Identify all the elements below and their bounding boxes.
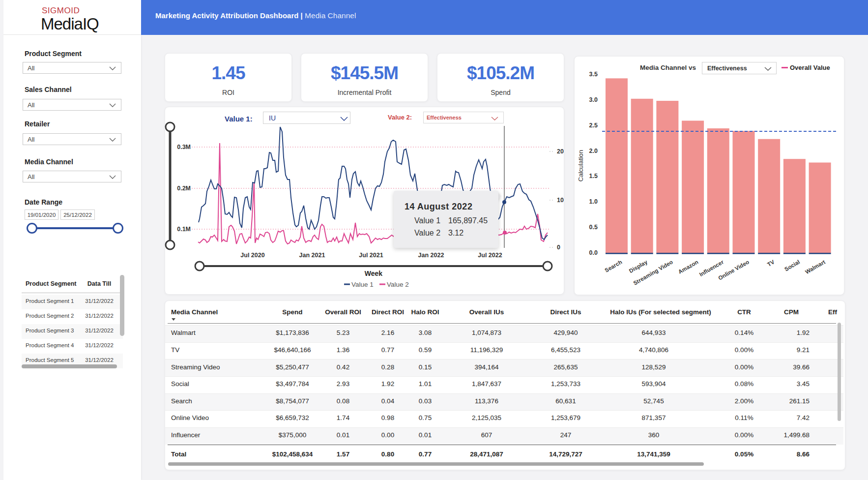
svg-text:Jan 2021: Jan 2021 xyxy=(299,252,325,259)
svg-text:Jul 2022: Jul 2022 xyxy=(478,252,502,259)
svg-text:Display: Display xyxy=(628,259,649,274)
svg-text:0: 0 xyxy=(557,244,560,251)
svg-text:Jan 2022: Jan 2022 xyxy=(418,252,444,259)
svg-text:Calculation: Calculation xyxy=(577,150,584,181)
svg-text:Week: Week xyxy=(365,270,383,277)
svg-text:0.1M: 0.1M xyxy=(177,226,191,233)
svg-text:Jul 2020: Jul 2020 xyxy=(240,252,264,259)
svg-text:20: 20 xyxy=(557,148,564,155)
svg-text:Value 2: Value 2 xyxy=(387,281,409,288)
svg-text:TV: TV xyxy=(766,259,776,268)
svg-text:3.5: 3.5 xyxy=(589,71,598,78)
svg-text:Amazon: Amazon xyxy=(677,259,699,275)
svg-text:0.5: 0.5 xyxy=(589,224,598,231)
svg-text:Social: Social xyxy=(783,259,801,272)
svg-text:0.0: 0.0 xyxy=(589,249,598,256)
svg-text:Search: Search xyxy=(604,259,623,273)
svg-text:2.0: 2.0 xyxy=(589,148,598,154)
svg-text:Jul 2021: Jul 2021 xyxy=(359,252,383,259)
svg-text:Walmart: Walmart xyxy=(804,259,826,275)
svg-text:3.0: 3.0 xyxy=(589,96,598,103)
svg-text:0.3M: 0.3M xyxy=(177,144,191,150)
svg-text:0.2M: 0.2M xyxy=(177,185,191,192)
svg-text:1.5: 1.5 xyxy=(589,173,598,180)
svg-text:Value 1: Value 1 xyxy=(351,281,374,288)
svg-text:10: 10 xyxy=(557,197,564,204)
svg-text:1.0: 1.0 xyxy=(589,198,598,205)
svg-text:2.5: 2.5 xyxy=(589,122,598,129)
